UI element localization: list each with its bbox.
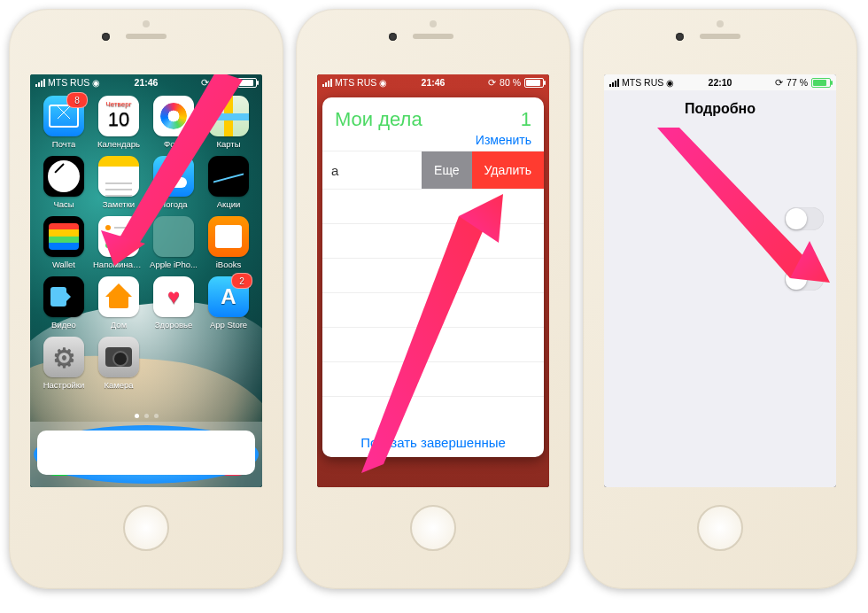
app-reminders[interactable]: Напоминания [94, 216, 143, 269]
wifi-icon: ◉ [92, 78, 100, 88]
app-settings[interactable]: Настройки [39, 337, 89, 390]
status-bar: MTS RUS◉ 22:10 ⟳77 % [604, 74, 836, 90]
app-maps[interactable]: Карты [204, 96, 253, 149]
home-button[interactable] [697, 505, 743, 551]
app-photos[interactable]: Фото [149, 96, 198, 149]
edit-button[interactable]: Изменить [335, 133, 531, 147]
reminders-card: 1 Мои дела Изменить а Еще Удалить Показа… [322, 97, 544, 457]
app-wallet[interactable]: Wallet [39, 216, 89, 269]
show-completed-button[interactable]: Показать завершенные [322, 435, 544, 450]
dock [30, 422, 262, 487]
app-stocks[interactable]: Акции [204, 156, 253, 209]
phone-home-screen: MTS RUS◉ 21:46 ⟳80 % 8Почта Четверг10Кал… [9, 9, 283, 589]
app-mail[interactable]: 8Почта [39, 96, 89, 149]
app-weather[interactable]: Погода [149, 156, 198, 209]
status-time: 21:46 [135, 77, 159, 88]
app-health[interactable]: Здоровье [149, 276, 198, 330]
remind-location-toggle[interactable] [785, 268, 824, 291]
home-button[interactable] [123, 505, 169, 551]
app-ibooks[interactable]: iBooks [204, 216, 253, 269]
app-home[interactable]: Дом [94, 276, 143, 330]
home-button[interactable] [410, 505, 456, 551]
app-calendar[interactable]: Четверг10Календарь [94, 96, 143, 149]
nav-title: Подробно [685, 101, 756, 117]
battery-pct: 80 % [213, 77, 234, 88]
reminder-text: а [322, 163, 422, 178]
page-indicator[interactable] [30, 414, 262, 418]
app-camera[interactable]: Камера [94, 337, 143, 390]
reminder-row[interactable]: а Еще Удалить [322, 151, 544, 189]
app-appstore[interactable]: 2App Store [204, 276, 253, 330]
status-bar: MTS RUS◉ 21:46 ⟳80 % [30, 74, 262, 90]
reminders-title: Мои дела [335, 108, 422, 130]
status-bar: MTS RUS◉ 21:46 ⟳80 % [317, 74, 549, 90]
remind-day-toggle[interactable] [785, 207, 824, 230]
battery-icon [237, 78, 257, 88]
delete-button[interactable]: Удалить [472, 151, 544, 189]
home-grid: 8Почта Четверг10Календарь Фото Карты Час… [30, 96, 262, 416]
app-notes[interactable]: Заметки [94, 156, 143, 209]
app-folder[interactable]: Apple iPho... [149, 216, 198, 269]
more-button[interactable]: Еще [422, 151, 472, 189]
phone-reminders-list: MTS RUS◉ 21:46 ⟳80 % 1 Мои дела Изменить… [296, 9, 570, 589]
app-clock[interactable]: Часы [39, 156, 89, 209]
phone-reminder-detail: MTS RUS◉ 22:10 ⟳77 % Подробно Готово Куп… [583, 9, 857, 589]
app-videos[interactable]: Видео [39, 276, 89, 330]
carrier-label: MTS RUS [48, 77, 89, 88]
dock-music[interactable] [205, 433, 248, 476]
reminders-count: 1 [521, 108, 531, 131]
